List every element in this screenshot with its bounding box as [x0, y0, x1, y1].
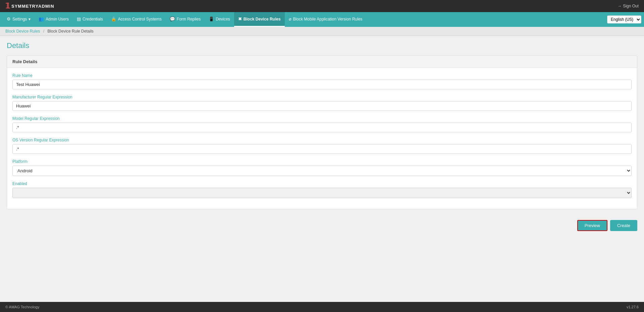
enabled-label: Enabled	[12, 181, 632, 186]
breadcrumb-separator: /	[43, 29, 44, 34]
credentials-icon: ▤	[77, 16, 81, 21]
os-version-regex-input[interactable]	[12, 144, 632, 154]
page-content: Details Rule Details Rule Name Manufactu…	[0, 36, 644, 215]
enabled-select[interactable]: Yes No	[12, 188, 632, 198]
os-version-regex-label: OS Version Regular Expression	[12, 138, 632, 142]
create-button[interactable]: Create	[610, 220, 637, 231]
preview-button[interactable]: Preview	[577, 220, 607, 231]
footer-buttons: Preview Create	[0, 215, 644, 236]
language-selector[interactable]: English (US)	[607, 15, 641, 24]
manufacturer-regex-label: Manufacturer Regular Expression	[12, 95, 632, 99]
nav-item-devices[interactable]: 📱 Devices	[205, 12, 234, 27]
block-mobile-icon: ⌀	[289, 16, 291, 21]
os-version-regex-group: OS Version Regular Expression	[12, 138, 632, 154]
rule-name-group: Rule Name	[12, 73, 632, 89]
card-body: Rule Name Manufacturer Regular Expressio…	[7, 68, 637, 209]
nav-item-access-control[interactable]: 🔒 Access Control Systems	[107, 12, 166, 27]
sign-out-button[interactable]: → Sign Out	[618, 4, 639, 8]
logo: 𝟙 SYMMETRYADMIN	[5, 2, 54, 10]
settings-dropdown-icon: ▾	[29, 17, 31, 21]
access-control-icon: 🔒	[111, 16, 116, 21]
page-title: Details	[7, 41, 637, 50]
platform-label: Platform	[12, 159, 632, 164]
enabled-group: Enabled Yes No	[12, 181, 632, 198]
manufacturer-regex-input[interactable]	[12, 101, 632, 111]
sign-out-icon: →	[618, 4, 622, 8]
platform-group: Platform Android iOS Windows	[12, 159, 632, 176]
block-device-icon: ✖	[238, 16, 242, 21]
manufacturer-regex-group: Manufacturer Regular Expression	[12, 95, 632, 111]
nav-item-settings[interactable]: ⚙ Settings ▾	[3, 12, 35, 27]
logo-icon: 𝟙	[5, 2, 10, 10]
nav-bar: ⚙ Settings ▾ 👥 Admin Users ▤ Credentials…	[0, 12, 644, 27]
breadcrumb: Block Device Rules / Block Device Rule D…	[0, 27, 644, 36]
settings-icon: ⚙	[7, 16, 11, 21]
nav-item-credentials[interactable]: ▤ Credentials	[73, 12, 107, 27]
rule-name-label: Rule Name	[12, 73, 632, 78]
model-regex-label: Model Regular Expression	[12, 116, 632, 121]
nav-item-form-replies[interactable]: 💬 Form Replies	[166, 12, 205, 27]
breadcrumb-link-block-device-rules[interactable]: Block Device Rules	[5, 29, 40, 34]
nav-item-block-device-rules[interactable]: ✖ Block Device Rules	[234, 12, 285, 27]
devices-icon: 📱	[209, 16, 214, 21]
breadcrumb-current: Block Device Rule Details	[47, 29, 93, 34]
rule-name-input[interactable]	[12, 80, 632, 89]
nav-item-block-mobile[interactable]: ⌀ Block Mobile Application Version Rules	[285, 12, 367, 27]
logo-text: SYMMETRYADMIN	[11, 4, 54, 9]
platform-select[interactable]: Android iOS Windows	[12, 166, 632, 176]
rule-details-card: Rule Details Rule Name Manufacturer Regu…	[7, 55, 637, 209]
admin-users-icon: 👥	[39, 16, 44, 21]
top-bar: 𝟙 SYMMETRYADMIN → Sign Out	[0, 0, 644, 12]
card-header: Rule Details	[7, 56, 637, 68]
form-replies-icon: 💬	[170, 16, 175, 21]
model-regex-group: Model Regular Expression	[12, 116, 632, 132]
model-regex-input[interactable]	[12, 123, 632, 132]
nav-item-admin-users[interactable]: 👥 Admin Users	[35, 12, 73, 27]
